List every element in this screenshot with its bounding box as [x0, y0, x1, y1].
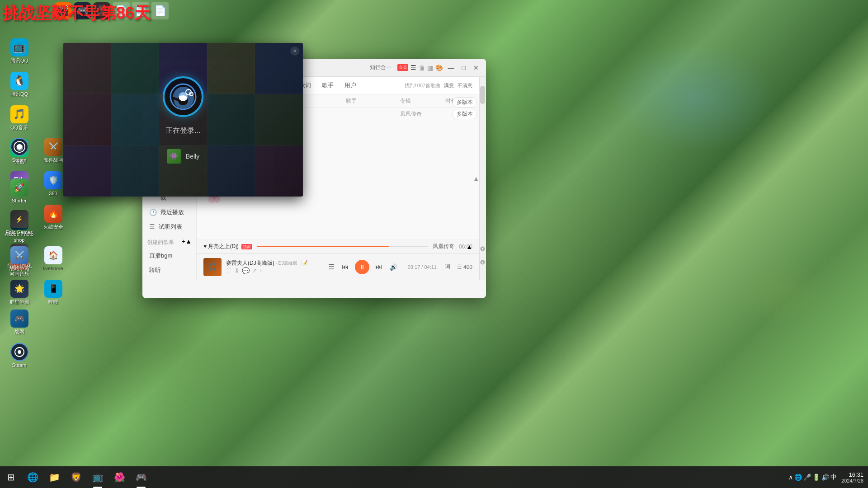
player-controls: ☰ ⏮ ⏸ ⏭ 🔊	[327, 260, 399, 274]
taskbar-clock[interactable]: 16:31 2024/7/28	[841, 471, 863, 483]
multi-version-btn-1[interactable]: 多版本	[453, 97, 477, 108]
tray-volume[interactable]: 🔊	[821, 474, 829, 481]
tab-user[interactable]: 用户	[339, 77, 362, 95]
scroll-down-icon[interactable]: ▼	[480, 245, 485, 253]
qq-label: 腾讯QQ	[10, 91, 28, 97]
tray-keyboard[interactable]: 中	[830, 473, 837, 481]
sidebar-item-deep[interactable]: 你我的深情	[142, 277, 196, 280]
minimize-btn[interactable]: —	[445, 63, 457, 73]
taskbar: ⊞ 🌐 📁 🦁 📺 🌺 🎮 ∧ 🌐	[0, 466, 868, 488]
scroll-btn[interactable]: ▲	[473, 175, 479, 182]
desktop-icon-warcraft2[interactable]: ⚔️ 战略争霸	[2, 244, 36, 274]
close-btn[interactable]: ✕	[471, 63, 481, 73]
scrollbar-thumb[interactable]	[480, 86, 485, 104]
desktop-icon-qq[interactable]: 🐧 腾讯QQ	[2, 70, 36, 99]
desktop-icon-bilibili[interactable]: 📺 腾讯QQ	[2, 36, 36, 66]
scroll-up-btn[interactable]: ▲	[466, 243, 472, 250]
steam-close-btn[interactable]: ×	[290, 47, 299, 56]
stellaris-icon: 🌟	[10, 280, 28, 298]
desktop-icon-starter[interactable]: 🚀 Starter	[2, 176, 36, 206]
taskbar-bili[interactable]: 📺	[87, 466, 108, 488]
current-time: 03:17	[408, 264, 420, 270]
tray-mic[interactable]: 🎤	[803, 474, 811, 481]
qq-scrollbar[interactable]: ▼ ▲	[479, 77, 486, 280]
tray-battery[interactable]: 🔋	[812, 474, 820, 481]
count-value: 400	[463, 264, 472, 270]
desktop-icon-obs[interactable]: 🎥	[93, 2, 110, 21]
next-btn[interactable]: ⏭	[374, 262, 384, 272]
tab-singer[interactable]: 歌手	[316, 77, 339, 95]
skin-icon[interactable]: 🎨	[435, 64, 443, 71]
bilibili3-icon: 📱	[44, 280, 62, 298]
player-extra-btn[interactable]: +	[259, 268, 262, 273]
multi-version-panel: 多版本 多版本	[453, 97, 477, 119]
warcraft-icon: ⚔️	[44, 138, 62, 156]
playlist-order-btn[interactable]: ☰	[327, 261, 336, 272]
360-label: 360	[49, 191, 57, 197]
desktop-icon-steam-col[interactable]: Steam	[2, 136, 36, 165]
maximize-btn[interactable]: □	[459, 63, 468, 73]
count-icon: ☰	[457, 264, 462, 270]
youku-icon: 🎬	[54, 2, 71, 19]
scroll-up-icon-bar[interactable]: ▲	[480, 258, 485, 267]
sidebar-item-trial[interactable]: ☰ 试听列表	[142, 220, 196, 234]
game-thumb-11	[63, 145, 111, 197]
taskbar-edge[interactable]: 🌐	[22, 466, 43, 488]
brave-icon: 🦁	[71, 472, 82, 483]
count-display: ☰ 400	[457, 264, 472, 270]
player-lyrics-icon[interactable]: 📝	[301, 260, 308, 266]
game-thumb-7	[111, 94, 159, 145]
desktop-icon-epic[interactable]: ⚡ Epic Games	[2, 208, 36, 238]
desktop-icon-steam-bottom[interactable]: Steam	[2, 341, 36, 371]
taskbar-explorer[interactable]: 📁	[43, 466, 65, 488]
desktop-icon-steam-logo[interactable]: 🎮	[74, 2, 91, 21]
taskbar-steam[interactable]: 🎮	[130, 466, 152, 488]
filter-bad[interactable]: 不满意	[458, 82, 472, 89]
desktop-icon-livehome[interactable]: 🏠 livehome	[36, 244, 70, 274]
grid-icon[interactable]: ▦	[427, 64, 433, 71]
desktop-icon-qqmusic[interactable]: 🎵 QQ音乐	[2, 103, 36, 133]
desktop-icon-file3[interactable]: 📄	[151, 2, 169, 21]
game-thumb-2	[111, 43, 159, 94]
sys-tray: ∧ 🌐 🎤 🔋 🔊 中	[788, 473, 837, 481]
desktop-icon-bilibili3[interactable]: 📱 哔哩	[36, 277, 70, 307]
progress-bar[interactable]	[257, 246, 428, 247]
multi-version-btn-2[interactable]: 多版本	[453, 109, 477, 119]
prev-btn[interactable]: ⏮	[340, 262, 350, 272]
player-share-btn[interactable]: ↗	[252, 267, 257, 274]
game-thumb-14	[207, 145, 255, 197]
desktop-icon-youku[interactable]: 🎬	[54, 2, 71, 21]
tray-chevron[interactable]: ∧	[788, 474, 793, 481]
add-playlist-btn[interactable]: +	[182, 238, 185, 245]
player-download-btn[interactable]: ⬇	[234, 267, 240, 274]
livehome-icon: 🏠	[44, 246, 62, 264]
epic-label: Epic Games	[6, 230, 33, 235]
created-section-header: 创建的歌单 + ▲	[142, 234, 196, 249]
desktop-icon-file2[interactable]: 📄	[132, 2, 149, 21]
taskbar-unknown[interactable]: 🌺	[108, 466, 130, 488]
taskbar-steam-icon: 🎮	[136, 472, 147, 483]
desktop-icon-huorong[interactable]: 🔥 火绒安全	[36, 202, 70, 232]
trash-icon[interactable]: 🗑	[419, 64, 425, 71]
desktop-icon-stellaris[interactable]: 🌟 群星争霸	[2, 277, 36, 307]
menu-icon[interactable]: ☰	[410, 64, 416, 71]
desktop-icon-battlenet[interactable]: 🎮 战网	[2, 307, 36, 337]
sidebar-item-recent[interactable]: 🕐 最近播放	[142, 205, 196, 220]
expand-playlist-btn[interactable]: ▲	[185, 238, 192, 245]
pause-btn[interactable]: ⏸	[355, 260, 369, 274]
desktop-icon-file1[interactable]: 📄	[113, 2, 130, 21]
tray-network[interactable]: 🌐	[794, 474, 802, 481]
volume-btn[interactable]: 🔊	[388, 262, 399, 272]
game-thumb-15	[255, 145, 303, 197]
player-comment-btn[interactable]: 💬	[242, 267, 250, 274]
taskbar-start-btn[interactable]: ⊞	[0, 466, 22, 488]
sidebar-item-bgm[interactable]: 直播bgm	[142, 249, 196, 263]
taskbar-brave[interactable]: 🦁	[65, 466, 87, 488]
sidebar-item-listen[interactable]: 聆听	[142, 263, 196, 277]
lyrics-btn[interactable]: 词	[445, 263, 450, 271]
qqmusic-label: QQ音乐	[10, 125, 28, 131]
windows-icon: ⊞	[7, 472, 15, 483]
steam-username: Belly	[186, 153, 199, 160]
player-like-btn[interactable]: ♡	[226, 267, 232, 274]
filter-good[interactable]: 满意	[444, 82, 454, 89]
